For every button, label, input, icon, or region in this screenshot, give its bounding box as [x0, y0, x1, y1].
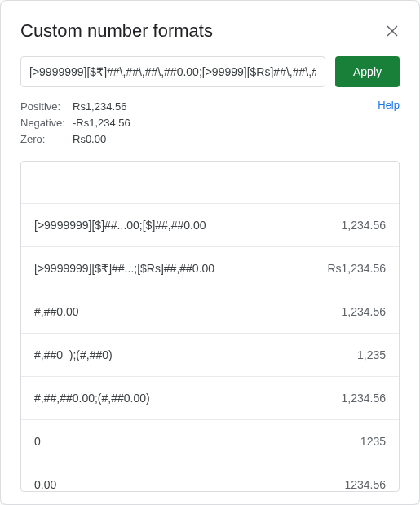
- dialog-title: Custom number formats: [20, 20, 213, 42]
- format-sample: 1235: [351, 435, 386, 448]
- preview-negative-label: Negative:: [20, 115, 73, 131]
- format-pattern: [>9999999][$]##...00;[$]##,##0.00: [34, 219, 206, 232]
- format-pattern: [>9999999][$₹]##...;[$Rs]##,##0.00: [34, 262, 214, 275]
- format-pattern: #,##,##0.00;(#,##0.00): [34, 392, 150, 405]
- preview-negative-row: Negative: -Rs1,234.56: [20, 115, 400, 131]
- preview-zero-label: Zero:: [20, 131, 73, 148]
- custom-number-formats-dialog: Custom number formats Apply Help Positiv…: [0, 0, 420, 505]
- format-list-container: [>9999999][$]##...00;[$]##,##0.001,234.5…: [20, 161, 400, 492]
- format-row[interactable]: 0.001234.56: [21, 463, 399, 491]
- format-pattern: 0.00: [34, 478, 56, 491]
- help-link[interactable]: Help: [378, 99, 400, 111]
- dialog-header: Custom number formats: [1, 20, 419, 56]
- format-input[interactable]: [20, 56, 325, 87]
- format-pattern: 0: [34, 435, 41, 448]
- format-sample: 1,235: [347, 348, 386, 361]
- format-input-row: Apply: [1, 56, 419, 99]
- preview-positive-row: Positive: Rs1,234.56: [20, 99, 400, 115]
- format-pattern: #,##0.00: [34, 305, 79, 318]
- format-row[interactable]: [>9999999][$₹]##...;[$Rs]##,##0.00Rs1,23…: [21, 247, 399, 290]
- preview-zero-row: Zero: Rs0.00: [20, 131, 400, 148]
- format-pattern: #,##0_);(#,##0): [34, 348, 113, 361]
- list-spacer: [21, 162, 399, 204]
- format-sample: 1,234.56: [332, 219, 387, 232]
- preview-zero-value: Rs0.00: [73, 131, 106, 148]
- format-row[interactable]: 01235: [21, 420, 399, 463]
- apply-button[interactable]: Apply: [335, 56, 400, 87]
- preview-positive-value: Rs1,234.56: [73, 99, 127, 115]
- preview-positive-label: Positive:: [20, 99, 73, 115]
- format-list-scroll[interactable]: [>9999999][$]##...00;[$]##,##0.001,234.5…: [21, 162, 399, 491]
- format-row[interactable]: #,##0_);(#,##0)1,235: [21, 334, 399, 377]
- format-sample: 1,234.56: [332, 305, 387, 318]
- format-list: [>9999999][$]##...00;[$]##,##0.001,234.5…: [21, 204, 399, 491]
- format-row[interactable]: [>9999999][$]##...00;[$]##,##0.001,234.5…: [21, 204, 399, 247]
- format-row[interactable]: #,##0.001,234.56: [21, 290, 399, 334]
- close-icon[interactable]: [385, 24, 400, 38]
- format-sample: Rs1,234.56: [317, 262, 386, 275]
- preview-negative-value: -Rs1,234.56: [73, 115, 130, 131]
- format-sample: 1,234.56: [332, 392, 387, 405]
- format-sample: 1234.56: [334, 478, 386, 491]
- format-row[interactable]: #,##,##0.00;(#,##0.00)1,234.56: [21, 377, 399, 420]
- preview-block: Help Positive: Rs1,234.56 Negative: -Rs1…: [1, 99, 419, 153]
